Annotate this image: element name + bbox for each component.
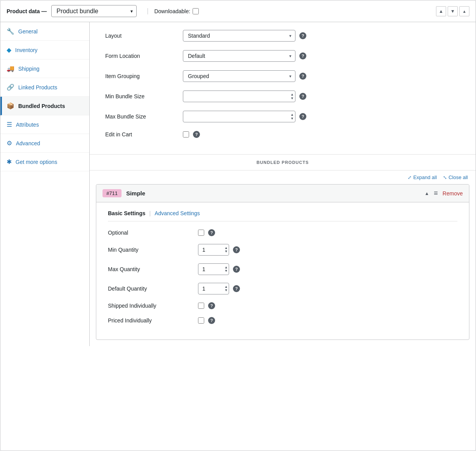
max-bundle-size-label: Max Bundle Size [105, 113, 183, 120]
bundled-products-section-title: BUNDLED PRODUCTS [90, 155, 476, 171]
remove-button[interactable]: Remove [443, 190, 463, 197]
header-nav: ▲ ▼ ▴ [436, 6, 469, 16]
min-quantity-control: ▲ ▼ ? [198, 244, 240, 256]
sidebar-item-advanced[interactable]: ⚙ Advanced [0, 134, 89, 153]
sidebar-item-shipping[interactable]: 🚚 Shipping [0, 59, 89, 78]
item-grouping-label: Item Grouping [105, 73, 183, 79]
min-quantity-input-wrapper: ▲ ▼ [198, 244, 229, 256]
default-quantity-down-button[interactable]: ▼ [224, 289, 228, 292]
optional-checkbox[interactable] [198, 230, 204, 236]
wrench-icon: 🔧 [7, 28, 14, 35]
product-data-label: Product data — [7, 8, 47, 14]
max-quantity-control: ▲ ▼ ? [198, 263, 240, 275]
box-icon: 📦 [7, 102, 14, 110]
tab-basic-settings[interactable]: Basic Settings [108, 210, 145, 216]
bundled-products-toolbar: ⤢ Expand all ⤡ Close all [90, 171, 476, 184]
min-bundle-size-up-button[interactable]: ▲ [290, 93, 294, 96]
item-grouping-select[interactable]: Grouped None Categories [183, 70, 295, 82]
edit-in-cart-help-icon[interactable]: ? [193, 131, 200, 138]
form-location-select-wrapper: Default Before Summary After Summary ▾ [183, 50, 295, 62]
max-quantity-help-icon[interactable]: ? [233, 266, 240, 273]
layout-select[interactable]: Standard Tabular Grid [183, 30, 295, 42]
shipped-individually-help-icon[interactable]: ? [208, 302, 215, 309]
product-type-select[interactable]: Product bundle Simple product Variable p… [51, 5, 137, 17]
edit-in-cart-checkbox[interactable] [183, 131, 189, 138]
diamond-icon: ◆ [7, 46, 11, 54]
sidebar-item-advanced-label: Advanced [16, 140, 40, 146]
bundle-item-body: Basic Settings | Advanced Settings Optio… [96, 202, 469, 340]
shipped-individually-control: ? [198, 302, 215, 309]
form-row-edit-in-cart: Edit in Cart ? [105, 131, 460, 138]
default-quantity-spinners: ▲ ▼ [224, 285, 228, 292]
bundle-form-row-min-quantity: Min Quantity ▲ ▼ ? [108, 244, 457, 256]
default-quantity-help-icon[interactable]: ? [233, 285, 240, 292]
sidebar-item-bundled-products[interactable]: 📦 Bundled Products [0, 97, 89, 115]
max-bundle-size-input[interactable] [183, 111, 295, 122]
layout-control: Standard Tabular Grid ▾ ? [183, 30, 306, 42]
tab-advanced-settings[interactable]: Advanced Settings [155, 210, 200, 216]
downloadable-label: Downloadable: [154, 8, 190, 14]
sidebar-item-general[interactable]: 🔧 General [0, 22, 89, 41]
truck-icon: 🚚 [7, 65, 14, 72]
product-data-body: 🔧 General ◆ Inventory 🚚 Shipping 🔗 Linke… [0, 22, 476, 346]
form-row-form-location: Form Location Default Before Summary Aft… [105, 50, 460, 62]
max-bundle-size-control: ▲ ▼ ? [183, 111, 306, 122]
item-grouping-control: Grouped None Categories ▾ ? [183, 70, 306, 82]
shipped-individually-checkbox[interactable] [198, 303, 204, 309]
bundle-form-row-default-quantity: Default Quantity ▲ ▼ ? [108, 283, 457, 294]
collapse-arrow-icon[interactable]: ▲ [424, 191, 429, 196]
bundle-settings-tabs: Basic Settings | Advanced Settings [108, 210, 457, 221]
min-quantity-help-icon[interactable]: ? [233, 246, 240, 253]
min-bundle-size-spinners: ▲ ▼ [290, 93, 294, 100]
downloadable-checkbox[interactable] [193, 8, 199, 14]
min-bundle-size-help-icon[interactable]: ? [299, 93, 306, 100]
main-content: Layout Standard Tabular Grid ▾ ? [90, 22, 476, 346]
sidebar-item-linked-products[interactable]: 🔗 Linked Products [0, 78, 89, 97]
close-icon: ⤡ [443, 175, 447, 180]
expand-all-label: Expand all [413, 174, 437, 180]
close-all-button[interactable]: ⤡ Close all [443, 174, 468, 180]
sidebar-item-get-more[interactable]: ✱ Get more options [0, 153, 89, 171]
link-icon: 🔗 [7, 84, 14, 91]
bundle-form-row-priced-individually: Priced Individually ? [108, 317, 457, 324]
max-quantity-label: Max Quantity [108, 266, 193, 272]
max-bundle-size-spinners: ▲ ▼ [290, 113, 294, 120]
product-data-header: Product data — Product bundle Simple pro… [0, 0, 476, 22]
sidebar-item-general-label: General [18, 28, 38, 35]
min-bundle-size-down-button[interactable]: ▼ [290, 97, 294, 100]
sidebar-item-get-more-label: Get more options [16, 159, 57, 165]
nav-top-button[interactable]: ▴ [459, 6, 469, 16]
sidebar-item-attributes[interactable]: ☰ Attributes [0, 115, 89, 134]
sidebar-item-shipping-label: Shipping [18, 66, 40, 72]
max-quantity-input-wrapper: ▲ ▼ [198, 263, 229, 275]
optional-control: ? [198, 229, 215, 236]
max-quantity-down-button[interactable]: ▼ [224, 269, 228, 273]
nav-down-button[interactable]: ▼ [448, 6, 458, 16]
sidebar-item-inventory[interactable]: ◆ Inventory [0, 41, 89, 59]
gear-icon: ⚙ [7, 139, 12, 147]
max-bundle-size-up-button[interactable]: ▲ [290, 113, 294, 117]
form-location-control: Default Before Summary After Summary ▾ ? [183, 50, 306, 62]
min-bundle-size-input[interactable] [183, 91, 295, 102]
min-quantity-down-button[interactable]: ▼ [224, 250, 228, 253]
expand-icon: ⤢ [408, 175, 412, 180]
layout-help-icon[interactable]: ? [299, 32, 306, 39]
max-bundle-size-down-button[interactable]: ▼ [290, 117, 294, 120]
settings-tab-divider: | [149, 210, 151, 216]
max-bundle-size-help-icon[interactable]: ? [299, 113, 306, 120]
priced-individually-checkbox[interactable] [198, 317, 204, 324]
nav-up-button[interactable]: ▲ [436, 6, 446, 16]
expand-all-button[interactable]: ⤢ Expand all [408, 174, 437, 180]
form-location-help-icon[interactable]: ? [299, 52, 306, 59]
item-grouping-help-icon[interactable]: ? [299, 73, 306, 80]
downloadable-wrapper: Downloadable: [148, 8, 199, 14]
form-location-select[interactable]: Default Before Summary After Summary [183, 50, 295, 62]
min-bundle-size-label: Min Bundle Size [105, 93, 183, 99]
priced-individually-label: Priced Individually [108, 317, 193, 324]
edit-in-cart-control: ? [183, 131, 200, 138]
menu-icon[interactable]: ≡ [434, 189, 438, 197]
bundle-form-row-shipped-individually: Shipped Individually ? [108, 302, 457, 309]
sidebar-item-attributes-label: Attributes [16, 122, 39, 128]
priced-individually-help-icon[interactable]: ? [208, 317, 215, 324]
optional-help-icon[interactable]: ? [208, 229, 215, 236]
